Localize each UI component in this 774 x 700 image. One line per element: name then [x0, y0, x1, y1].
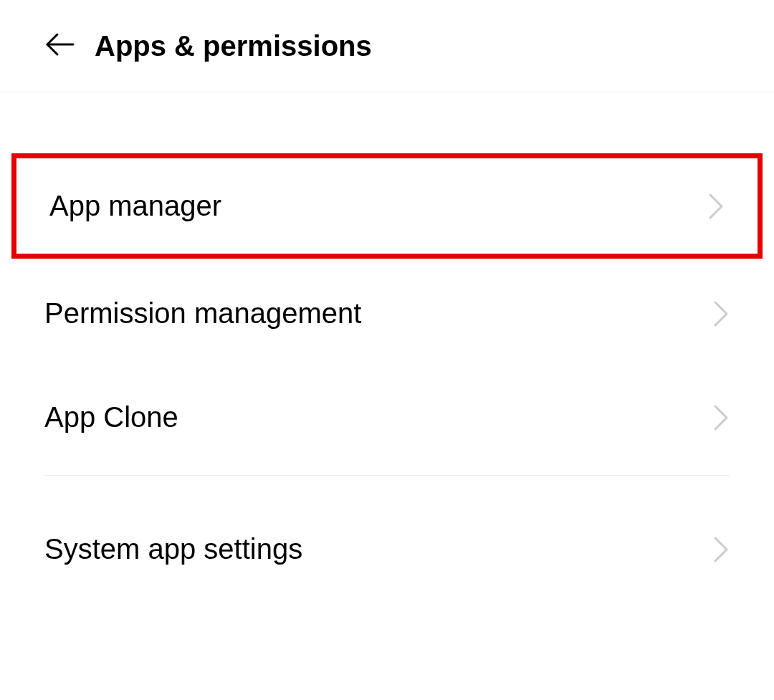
list-item-label: Permission management: [44, 297, 361, 330]
list-item-system-app-settings[interactable]: System app settings: [0, 497, 774, 601]
list-item-label: System app settings: [44, 533, 302, 565]
chevron-right-icon: [712, 535, 730, 564]
back-button[interactable]: [43, 27, 77, 64]
list-item-permission-management[interactable]: Permission management: [0, 262, 774, 365]
header: Apps & permissions: [0, 0, 774, 92]
list-item-label: App Clone: [44, 401, 178, 433]
chevron-right-icon: [712, 299, 730, 328]
page-title: Apps & permissions: [95, 30, 372, 62]
settings-list: App manager Permission management App Cl…: [0, 92, 774, 601]
divider: [44, 475, 730, 476]
chevron-right-icon: [707, 192, 725, 221]
list-item-app-manager[interactable]: App manager: [11, 153, 763, 259]
list-item-app-clone[interactable]: App Clone: [0, 365, 774, 469]
list-item-label: App manager: [49, 190, 221, 222]
chevron-right-icon: [712, 403, 730, 432]
arrow-left-icon: [43, 27, 77, 64]
